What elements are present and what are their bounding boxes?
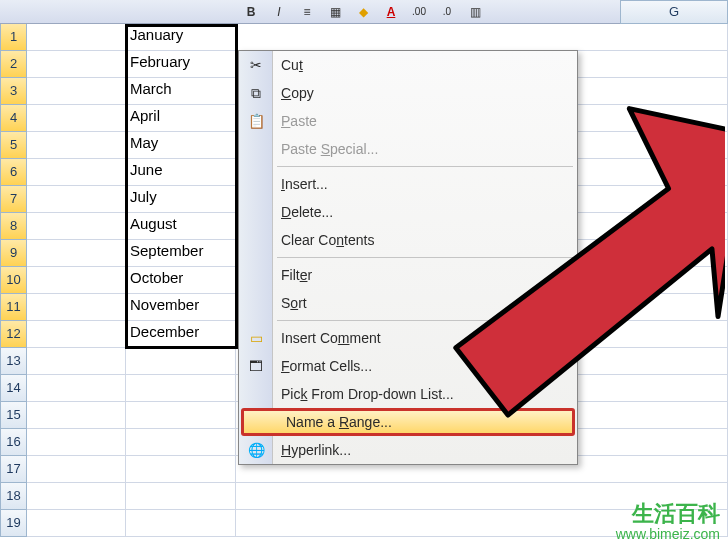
menu-name-range-label: Name a Range... [286,414,392,430]
cell-B6[interactable]: June [126,159,236,186]
cell-A10[interactable] [27,267,126,294]
watermark: 生活百科 www.bimeiz.com [616,502,720,542]
column-header-G[interactable]: G [620,0,728,24]
cell-A4[interactable] [27,105,126,132]
row-header-5[interactable]: 5 [0,132,27,159]
cell-A7[interactable] [27,186,126,213]
cell-A8[interactable] [27,213,126,240]
menu-sort[interactable]: Sort ▶ [239,289,577,317]
copy-icon: ⧉ [245,82,267,104]
font-color-button[interactable]: A [380,2,402,22]
cell-B9[interactable]: September [126,240,236,267]
menu-paste-special-label: Paste Special... [281,141,378,157]
menu-paste-special: Paste Special... [239,135,577,163]
mini-toolbar: B I ≡ ▦ ◆ A .00 .0 ▥ [0,0,728,24]
row-header-13[interactable]: 13 [0,348,27,375]
row-header-2[interactable]: 2 [0,51,27,78]
cell-A3[interactable] [27,78,126,105]
bold-button[interactable]: B [240,2,262,22]
row-header-1[interactable]: 1 [0,24,27,51]
cell-B12[interactable]: December [126,321,236,348]
menu-insert-comment-label: Insert Comment [281,330,381,346]
menu-format-cells-label: Format Cells... [281,358,372,374]
menu-hyperlink-label: Hyperlink... [281,442,351,458]
menu-paste-label: Paste [281,113,317,129]
cell-B1[interactable]: January [126,24,236,51]
row-header-17[interactable]: 17 [0,456,27,483]
menu-copy-label: Copy [281,85,314,101]
menu-clear-label: Clear Contents [281,232,374,248]
menu-cut-label: Cut [281,57,303,73]
row-header-9[interactable]: 9 [0,240,27,267]
watermark-url: www.bimeiz.com [616,527,720,542]
menu-insert[interactable]: Insert... [239,170,577,198]
hyperlink-icon: 🌐 [245,439,267,461]
paste-icon: 📋 [245,110,267,132]
menu-clear-contents[interactable]: Clear Contents [239,226,577,254]
cell-B5[interactable]: May [126,132,236,159]
menu-name-range[interactable]: Name a Range... [241,408,575,436]
menu-copy[interactable]: ⧉ Copy [239,79,577,107]
format-cells-icon: 🗔 [245,355,267,377]
cell-A6[interactable] [27,159,126,186]
row-header-8[interactable]: 8 [0,213,27,240]
row-header-7[interactable]: 7 [0,186,27,213]
align-button[interactable]: ≡ [296,2,318,22]
row-header-3[interactable]: 3 [0,78,27,105]
cell-A11[interactable] [27,294,126,321]
watermark-title: 生活百科 [616,502,720,526]
cell-B2[interactable]: February [126,51,236,78]
menu-format-cells[interactable]: 🗔 Format Cells... [239,352,577,380]
menu-filter[interactable]: Filter ▶ [239,261,577,289]
menu-sort-label: Sort [281,295,307,311]
menu-separator [277,166,573,167]
menu-insert-label: Insert... [281,176,328,192]
cell-B11[interactable]: November [126,294,236,321]
row-header-15[interactable]: 15 [0,402,27,429]
increase-decimal-button[interactable]: .00 [408,2,430,22]
menu-pick-label: Pick From Drop-down List... [281,386,454,402]
menu-pick-from-list[interactable]: Pick From Drop-down List... [239,380,577,408]
menu-insert-comment[interactable]: ▭ Insert Comment [239,324,577,352]
row-header-6[interactable]: 6 [0,159,27,186]
cell-B10[interactable]: October [126,267,236,294]
cell-B8[interactable]: August [126,213,236,240]
row-header-4[interactable]: 4 [0,105,27,132]
cell-A12[interactable] [27,321,126,348]
cell-B4[interactable]: April [126,105,236,132]
italic-button[interactable]: I [268,2,290,22]
row-header-12[interactable]: 12 [0,321,27,348]
menu-delete-label: Delete... [281,204,333,220]
menu-filter-label: Filter [281,267,312,283]
row-header-14[interactable]: 14 [0,375,27,402]
borders-button[interactable]: ▦ [324,2,346,22]
menu-paste: 📋 Paste [239,107,577,135]
cell-rest[interactable] [236,24,728,51]
cell-A1[interactable] [27,24,126,51]
menu-separator [277,320,573,321]
row-header-10[interactable]: 10 [0,267,27,294]
context-menu: ✂ Cut ⧉ Copy 📋 Paste Paste Special... In… [238,50,578,465]
row-header-11[interactable]: 11 [0,294,27,321]
fill-color-button[interactable]: ◆ [352,2,374,22]
merge-button[interactable]: ▥ [464,2,486,22]
row-header-18[interactable]: 18 [0,483,27,510]
cell-B7[interactable]: July [126,186,236,213]
menu-separator [277,257,573,258]
menu-cut[interactable]: ✂ Cut [239,51,577,79]
cell-B3[interactable]: March [126,78,236,105]
chevron-right-icon: ▶ [559,298,567,309]
chevron-right-icon: ▶ [559,270,567,281]
cut-icon: ✂ [245,54,267,76]
row-headers: 1 2 3 4 5 6 7 8 9 10 11 12 13 14 15 16 1… [0,24,27,537]
row-header-19[interactable]: 19 [0,510,27,537]
cell-A5[interactable] [27,132,126,159]
cell-A9[interactable] [27,240,126,267]
comment-icon: ▭ [245,327,267,349]
cell-A2[interactable] [27,51,126,78]
decrease-decimal-button[interactable]: .0 [436,2,458,22]
menu-delete[interactable]: Delete... [239,198,577,226]
row-header-16[interactable]: 16 [0,429,27,456]
menu-hyperlink[interactable]: 🌐 Hyperlink... [239,436,577,464]
